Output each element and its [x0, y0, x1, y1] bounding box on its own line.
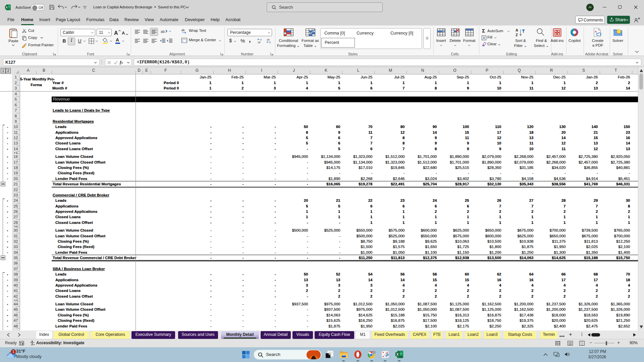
svg-text:A: A [516, 28, 518, 32]
svg-text:ab: ab [181, 28, 185, 32]
svg-text:X: X [6, 6, 8, 9]
svg-text:Z: Z [516, 33, 518, 37]
svg-text:A: A [595, 30, 597, 33]
svg-text:.00: .00 [266, 39, 270, 41]
svg-text:X: X [396, 353, 399, 356]
svg-text:ab: ab [161, 29, 165, 34]
svg-text:0: 0 [269, 41, 271, 44]
svg-text:A: A [114, 30, 118, 36]
svg-text:.00: .00 [257, 41, 261, 44]
svg-text:0: 0 [260, 39, 262, 41]
svg-text:1: 1 [12, 350, 14, 354]
svg-text:A: A [122, 31, 125, 36]
